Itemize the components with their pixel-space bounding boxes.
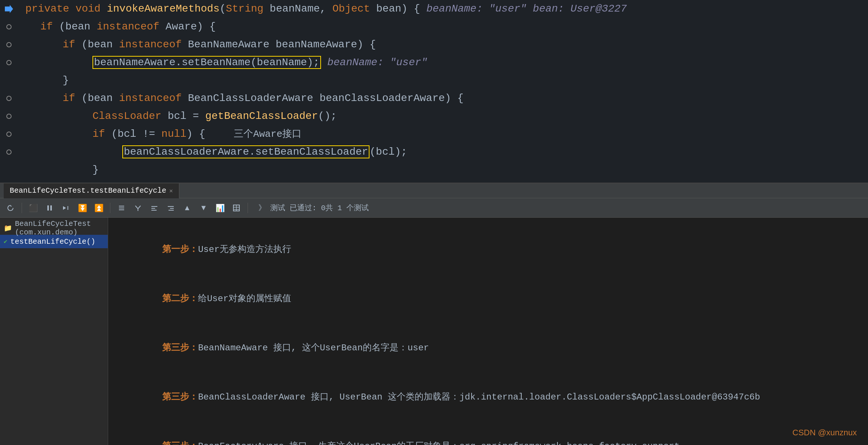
code-text-11: } — [18, 179, 69, 183]
pause-button[interactable] — [43, 201, 56, 215]
chart-button[interactable]: 📊 — [213, 201, 227, 215]
gutter-3 — [0, 42, 18, 47]
check-icon: ✔ — [4, 238, 7, 245]
svg-rect-9 — [151, 208, 155, 209]
bottom-panel: BeanLifeCycleTest.testBeanLifeCycle ✕ ⬛ — [0, 183, 868, 445]
tab-label: BeanLifeCycleTest.testBeanLifeCycle — [10, 186, 166, 195]
watermark: CSDN @xunznux — [792, 428, 857, 438]
code-text-8: if (bcl != null) { 三个Aware接口 — [18, 125, 302, 143]
code-line-3: if (bean instanceof BeanNameAware beanNa… — [0, 36, 868, 54]
down-button[interactable]: ▼ — [197, 201, 210, 215]
code-text-4: beanNameAware.setBeanName(beanName); bea… — [18, 54, 428, 72]
code-line-10: } — [0, 161, 868, 179]
tree-item-method[interactable]: ✔ testBeanLifeCycle() — [0, 235, 108, 248]
toolbar: ⬛ ⏬ ⏫ — [0, 198, 868, 218]
tab-close-btn[interactable]: ✕ — [169, 187, 173, 195]
console-line-2: 第二步：给User对象的属性赋值 — [119, 274, 857, 324]
tab-bar: BeanLifeCycleTest.testBeanLifeCycle ✕ — [0, 183, 868, 198]
svg-rect-2 — [50, 205, 52, 211]
console-line-1: 第一步：User无参构造方法执行 — [119, 225, 857, 274]
debug-dot-2 — [6, 24, 12, 29]
separator-2 — [110, 203, 110, 213]
gutter-2 — [0, 24, 18, 29]
collapse-button[interactable]: ⏫ — [92, 201, 106, 215]
svg-rect-13 — [169, 210, 174, 211]
jump-button[interactable] — [59, 201, 73, 215]
code-text-1: private void invokeAwareMethods(String b… — [18, 0, 627, 18]
debug-dot-8 — [6, 132, 12, 137]
code-text-10: } — [18, 161, 99, 179]
content-area: 📁 BeanLifeCycleTest (com.xun.demo) ✔ tes… — [0, 218, 868, 445]
folder-icon: 📁 — [4, 224, 12, 232]
code-text-2: if (bean instanceof Aware) { — [18, 18, 216, 36]
debug-dot-4 — [6, 60, 12, 65]
tree-item-class[interactable]: 📁 BeanLifeCycleTest (com.xun.demo) — [0, 221, 108, 235]
test-result-label: 》 测试 已通过: 0共 1 个测试 — [258, 203, 369, 213]
svg-rect-11 — [168, 206, 174, 207]
separator-1 — [22, 203, 22, 213]
annotation-aware: 三个Aware接口 — [234, 129, 302, 140]
tree-item-class-label: BeanLifeCycleTest (com.xun.demo) — [15, 220, 104, 237]
up-button[interactable]: ▲ — [180, 201, 194, 215]
sort-button[interactable] — [115, 201, 128, 215]
align-left-button[interactable] — [148, 201, 161, 215]
code-line-7: ClassLoader bcl = getBeanClassLoader(); — [0, 107, 868, 125]
debug-dot-7 — [6, 114, 12, 119]
code-line-2: if (bean instanceof Aware) { — [0, 18, 868, 36]
separator-3 — [248, 203, 248, 213]
svg-rect-1 — [47, 205, 49, 211]
debug-dot-6 — [6, 96, 12, 101]
gutter-7 — [0, 114, 18, 119]
left-panel: 📁 BeanLifeCycleTest (com.xun.demo) ✔ tes… — [0, 218, 108, 445]
code-content: private void invokeAwareMethods(String b… — [0, 0, 868, 183]
filter-button[interactable] — [131, 201, 145, 215]
code-line-11: } — [0, 179, 868, 183]
code-text-9: beanClassLoaderAware.setBeanClassLoader(… — [18, 143, 407, 161]
debug-dot-3 — [6, 42, 12, 47]
gutter-6 — [0, 96, 18, 101]
tree-item-method-label: testBeanLifeCycle() — [10, 237, 95, 246]
code-text-6: if (bean instanceof BeanClassLoaderAware… — [18, 89, 463, 107]
stop-button[interactable]: ⬛ — [26, 201, 40, 215]
align-right-button[interactable] — [164, 201, 177, 215]
code-text-5: } — [18, 72, 69, 89]
gutter-1 — [0, 5, 18, 13]
editor-area: private void invokeAwareMethods(String b… — [0, 0, 868, 183]
code-line-6: if (bean instanceof BeanClassLoaderAware… — [0, 89, 868, 107]
tab-beanlifecycle[interactable]: BeanLifeCycleTest.testBeanLifeCycle ✕ — [4, 183, 179, 198]
code-line-5: } — [0, 72, 868, 89]
expand-button[interactable]: ⏬ — [76, 201, 89, 215]
code-line-4: beanNameAware.setBeanName(beanName); bea… — [0, 54, 868, 72]
svg-marker-0 — [10, 205, 12, 206]
console-line-5: 第三步：BeanFactoryAware 接口, 生产这个UserBean的工厂… — [119, 422, 857, 445]
code-text-3: if (bean instanceof BeanNameAware beanNa… — [18, 36, 376, 54]
gutter-8 — [0, 132, 18, 137]
table-button[interactable] — [230, 201, 243, 215]
right-panel: 第一步：User无参构造方法执行 第二步：给User对象的属性赋值 第三步：Be… — [108, 218, 868, 445]
code-line-8: if (bcl != null) { 三个Aware接口 — [0, 125, 868, 143]
gutter-9 — [0, 149, 18, 155]
console-line-3: 第三步：BeanNameAware 接口, 这个UserBean的名字是：use… — [119, 324, 857, 373]
svg-rect-8 — [151, 206, 157, 207]
arrow-indicator — [5, 5, 13, 13]
svg-rect-12 — [170, 208, 174, 209]
code-text-7: ClassLoader bcl = getBeanClassLoader(); — [18, 107, 337, 125]
console-line-4: 第三步：BeanClassLoaderAware 接口, UserBean 这个… — [119, 373, 857, 422]
svg-rect-10 — [151, 210, 157, 211]
debug-dot-9 — [6, 149, 12, 155]
gutter-4 — [0, 60, 18, 65]
rerun-button[interactable] — [4, 201, 17, 215]
code-line-1: private void invokeAwareMethods(String b… — [0, 0, 868, 18]
code-line-9: beanClassLoaderAware.setBeanClassLoader(… — [0, 143, 868, 161]
